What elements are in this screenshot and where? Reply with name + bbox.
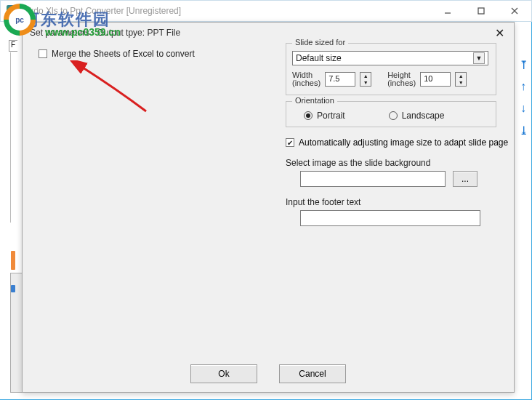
maximize-button[interactable] [464, 1, 498, 21]
watermark-url: www.pc0359.cn [45, 26, 121, 38]
orientation-legend: Orientation [292, 96, 337, 105]
slide-size-select[interactable]: Default size ▼ [292, 51, 488, 65]
accent-orange [11, 251, 15, 270]
window-close-button[interactable] [498, 1, 531, 21]
width-unit: (inches) [292, 79, 321, 87]
portrait-label: Portrait [317, 111, 345, 121]
ok-button[interactable]: Ok [190, 364, 257, 383]
merge-checkbox[interactable] [39, 49, 47, 58]
side-tab[interactable]: F [9, 40, 17, 52]
height-unit: (inches) [387, 79, 416, 87]
width-input[interactable]: 7.5 [325, 72, 355, 87]
background-label: Select image as the slide background [286, 158, 430, 168]
svg-rect-1 [478, 8, 484, 14]
watermark-logo: pc [1, 1, 38, 38]
orientation-group: Orientation Portrait Landscape [286, 101, 496, 127]
portrait-radio[interactable] [304, 111, 313, 120]
minimize-button[interactable] [431, 1, 464, 21]
landscape-radio[interactable] [389, 111, 398, 120]
merge-label: Merge the Sheets of Excel to convert [52, 49, 195, 59]
parameters-dialog: Set parameters - Output tpye: PPT File ✕… [22, 22, 515, 393]
chevron-down-icon: ▼ [473, 52, 485, 64]
side-panel-bg [10, 52, 16, 223]
slide-size-legend: Slide sized for [292, 38, 348, 47]
move-first-icon[interactable]: ⤒ [517, 58, 530, 71]
move-up-icon[interactable]: ↑ [517, 80, 530, 93]
close-icon[interactable]: ✕ [492, 26, 507, 40]
footer-input[interactable] [300, 210, 480, 226]
move-last-icon[interactable]: ⤓ [517, 124, 530, 137]
height-stepper[interactable]: ▲▼ [455, 72, 467, 87]
cancel-button[interactable]: Cancel [279, 364, 346, 383]
background-input[interactable] [300, 171, 446, 187]
landscape-label: Landscape [402, 111, 445, 121]
slide-size-value: Default size [296, 53, 342, 63]
reorder-arrows: ⤒ ↑ ↓ ⤓ [517, 58, 530, 137]
browse-button[interactable]: ... [453, 171, 477, 187]
auto-adjust-label: Automatically adjusting image size to ad… [299, 137, 508, 148]
height-input[interactable]: 10 [420, 72, 451, 87]
auto-adjust-checkbox[interactable]: ✔ [286, 138, 294, 147]
slide-size-group: Slide sized for Default size ▼ Width (in… [286, 43, 496, 95]
move-down-icon[interactable]: ↓ [517, 102, 530, 115]
footer-label: Input the footer text [286, 197, 360, 207]
width-stepper[interactable]: ▲▼ [360, 72, 371, 87]
accent-blue [11, 285, 15, 292]
